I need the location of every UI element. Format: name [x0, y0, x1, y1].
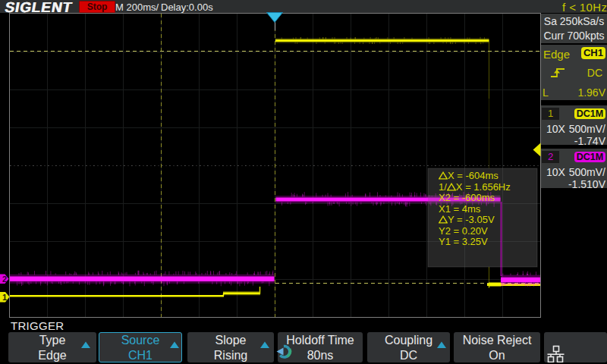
svg-text:1: 1 — [2, 293, 7, 302]
svg-text:2: 2 — [2, 275, 7, 284]
